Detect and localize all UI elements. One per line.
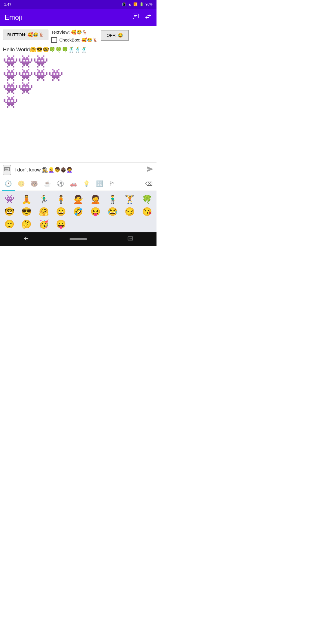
emoji-tongue[interactable]: 😝	[87, 206, 104, 218]
signal-icon: 📶	[133, 2, 138, 6]
vibrate-icon: 📳	[122, 2, 126, 6]
app-bar: Emoji	[0, 9, 156, 26]
emoji-party-face[interactable]: 🥳	[36, 218, 52, 230]
emoji-standing-man-2[interactable]: 🧍‍♂️	[104, 193, 121, 205]
status-time: 1:47	[4, 2, 11, 7]
emoji-tab-food[interactable]: ☕	[41, 177, 54, 191]
transfer-icon[interactable]	[144, 13, 152, 22]
emoji-relieved[interactable]: 😌	[1, 218, 18, 230]
svg-rect-0	[134, 15, 137, 16]
emoji-tab-animals[interactable]: 🐻	[28, 177, 41, 191]
emoji-art-row3: 👾👾	[3, 82, 154, 95]
battery-icon: 🔋	[139, 2, 144, 6]
bottom-nav	[0, 232, 156, 246]
emoji-weightlifter[interactable]: 🏋️	[121, 193, 138, 205]
emoji-keyboard: 🕐 😊 🐻 ☕ ⚽ 🚗 💡 🔣 🏳 ⌫ 👾 🧘 🏃‍♂️ 🧍 🙅 🤦 🧍‍♂️ …	[0, 177, 156, 232]
emoji-tab-recent[interactable]: 🕐	[2, 177, 15, 191]
input-bar	[0, 162, 156, 177]
emoji-alien-monster[interactable]: 👾	[1, 193, 18, 205]
status-icons: 📳 ▲ 📶 🔋 96%	[122, 2, 152, 6]
emoji-hugging[interactable]: 🤗	[36, 206, 52, 218]
status-bar: 1:47 📳 ▲ 📶 🔋 96%	[0, 0, 156, 9]
emoji-empty-3	[104, 218, 121, 230]
emoji-tab-smileys[interactable]: 😊	[15, 177, 28, 191]
svg-rect-1	[134, 17, 136, 17]
emoji-delete-button[interactable]: ⌫	[143, 178, 155, 190]
emoji-standing-man[interactable]: 🧍	[53, 193, 69, 205]
send-button[interactable]	[146, 165, 154, 175]
emoji-grid: 👾 🧘 🏃‍♂️ 🧍 🙅 🤦 🧍‍♂️ 🏋️ 🍀 🤓 😎 🤗 😄 🤣 😝 😂 😏…	[0, 191, 156, 232]
app-title: Emoji	[5, 13, 22, 21]
battery-percent: 96%	[145, 2, 152, 6]
emoji-nerd[interactable]: 🤓	[1, 206, 18, 218]
emoji-tab-travel[interactable]: 🚗	[67, 177, 80, 191]
ui-button[interactable]: BUTTON: 🥰😂🦌	[3, 30, 48, 40]
hello-world-text: Hello World🤗😎🤓🍀🍀🍀🕺🕺🕺	[3, 46, 154, 54]
textview-area: TextView: 🥰😂🦌 CheckBox: 🥰😂🦌	[51, 30, 98, 43]
home-indicator[interactable]	[70, 238, 87, 240]
emoji-empty-2	[87, 218, 104, 230]
emoji-tab-symbols[interactable]: 🔣	[93, 177, 106, 191]
emoji-art-row1: 👾👾👾	[3, 55, 154, 68]
keyboard-nav-button[interactable]	[121, 233, 139, 245]
emoji-grinning[interactable]: 😄	[53, 206, 69, 218]
message-icon[interactable]	[132, 13, 139, 22]
keyboard-icon-button[interactable]	[3, 165, 11, 175]
emoji-smirk[interactable]: 😏	[121, 206, 138, 218]
main-content: BUTTON: 🥰😂🦌 TextView: 🥰😂🦌 CheckBox: 🥰😂🦌 …	[0, 26, 156, 160]
emoji-art-row2: 👾👾👾👾	[3, 68, 154, 82]
emoji-person-lotus[interactable]: 🧘	[18, 193, 35, 205]
emoji-empty-1	[70, 218, 86, 230]
emoji-tongue2[interactable]: 😛	[53, 218, 69, 230]
checkbox-label: CheckBox: 🥰😂🦌	[59, 37, 98, 43]
back-nav-button[interactable]	[17, 233, 35, 245]
emoji-no-gesture[interactable]: 🙅	[70, 193, 86, 205]
app-bar-icons	[132, 13, 152, 22]
checkbox[interactable]	[51, 37, 57, 43]
emoji-art-row4: 👾	[3, 95, 154, 108]
checkbox-row: CheckBox: 🥰😂🦌	[51, 37, 98, 43]
emoji-crying-laughing[interactable]: 😂	[104, 206, 121, 218]
emoji-tab-flags[interactable]: 🏳	[106, 178, 118, 191]
textview-label: TextView: 🥰😂🦌	[51, 30, 98, 35]
emoji-running-man[interactable]: 🏃‍♂️	[36, 193, 52, 205]
emoji-rofl[interactable]: 🤣	[70, 206, 86, 218]
emoji-empty-5	[139, 218, 155, 230]
emoji-empty-4	[121, 218, 138, 230]
emoji-tab-objects[interactable]: 💡	[80, 177, 93, 191]
emoji-art: 👾👾👾 👾👾👾👾 👾👾 👾	[3, 55, 154, 108]
toggle-button[interactable]: OFF: 😂	[101, 30, 128, 41]
wifi-icon: ▲	[128, 2, 132, 6]
emoji-thinking[interactable]: 🤔	[18, 218, 35, 230]
emoji-four-leaf-clover[interactable]: 🍀	[139, 193, 155, 205]
emoji-tab-sports[interactable]: ⚽	[54, 177, 67, 191]
emoji-facepalm[interactable]: 🤦	[87, 193, 104, 205]
emoji-tabs: 🕐 😊 🐻 ☕ ⚽ 🚗 💡 🔣 🏳 ⌫	[0, 177, 156, 191]
emoji-sunglasses[interactable]: 😎	[18, 206, 35, 218]
emoji-kissing[interactable]: 😘	[139, 206, 155, 218]
message-input[interactable]	[14, 166, 143, 174]
controls-row: BUTTON: 🥰😂🦌 TextView: 🥰😂🦌 CheckBox: 🥰😂🦌 …	[3, 30, 154, 43]
